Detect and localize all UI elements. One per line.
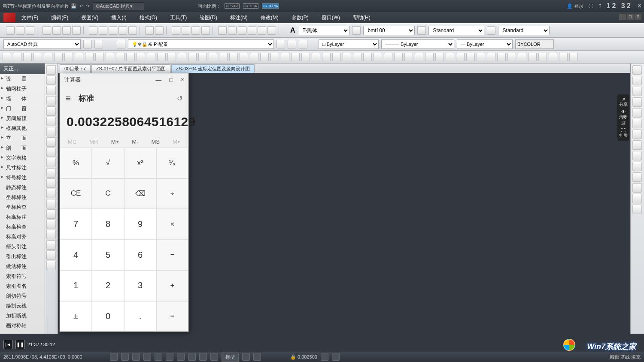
spline-icon[interactable] (46, 189, 56, 198)
app-logo-icon[interactable] (3, 13, 15, 22)
qv-layouts[interactable] (242, 353, 250, 361)
calc-key-√[interactable]: √ (92, 148, 124, 178)
offset-icon[interactable] (632, 108, 642, 118)
dim-tool-21[interactable] (219, 53, 228, 61)
mleaderstyle-combo[interactable]: Standard (498, 26, 550, 35)
arc-icon[interactable] (46, 96, 56, 106)
dim-tool-45[interactable] (466, 53, 475, 61)
dim-tool-29[interactable] (301, 53, 310, 61)
rotate-icon[interactable] (632, 87, 642, 96)
file-tab-1[interactable]: 00目录 +7 (60, 64, 91, 73)
print-icon[interactable] (43, 26, 51, 35)
dim-tool-12[interactable] (126, 53, 135, 61)
file-tab-2[interactable]: ZS-01~02 总平面图及索引平面图 (91, 64, 170, 73)
help2-icon[interactable] (267, 26, 276, 35)
zoom-100-button[interactable]: ▭ 100% (262, 3, 279, 9)
menu-help[interactable]: 帮助(H) (353, 14, 371, 21)
calc-key-3[interactable]: 3 (124, 270, 156, 301)
dim-tool-20[interactable] (209, 53, 217, 61)
redo-icon[interactable] (155, 26, 164, 35)
tangent-item-19[interactable]: 做法标注 (0, 262, 45, 272)
dim-tool-18[interactable] (188, 53, 197, 61)
dim-tool-33[interactable] (343, 53, 351, 61)
dim-tool-22[interactable] (229, 53, 238, 61)
zoom-rt-icon[interactable] (182, 26, 190, 35)
dim-tool-8[interactable] (85, 53, 94, 61)
tangent-item-3[interactable]: 门 窗 (0, 104, 45, 114)
calc-key-%[interactable]: % (60, 148, 92, 178)
properties-icon[interactable] (218, 26, 227, 35)
calc-key-×[interactable]: × (156, 209, 188, 240)
menu-draw[interactable]: 绘图(D) (200, 14, 217, 21)
calc-key-0[interactable]: 0 (92, 301, 124, 332)
dim-tool-2[interactable] (23, 53, 32, 61)
dim-tool-7[interactable] (75, 53, 83, 61)
calc-key-.[interactable]: . (124, 301, 156, 332)
explode-icon[interactable] (632, 194, 642, 203)
hatch-icon[interactable] (46, 117, 56, 126)
dim-tool-52[interactable] (538, 53, 547, 61)
dim-tool-16[interactable] (167, 53, 176, 61)
mleader-icon[interactable] (487, 26, 495, 35)
workspace-gear-icon[interactable] (83, 40, 92, 48)
dim-tool-0[interactable] (3, 53, 11, 61)
block-icon[interactable] (46, 148, 56, 157)
zoom-50-button[interactable]: ▭ 50% (225, 3, 240, 9)
dim-tool-39[interactable] (404, 53, 413, 61)
tangent-item-12[interactable]: 坐标标注 (0, 193, 45, 202)
plot-icon[interactable] (72, 26, 81, 35)
dim-tool-44[interactable] (456, 53, 465, 61)
anno-auto[interactable] (332, 353, 340, 361)
qat-redo-icon[interactable]: ↷ (86, 3, 90, 9)
play-prev-icon[interactable]: |◄ (3, 340, 13, 349)
lineweight-combo[interactable]: — ByLayer (457, 39, 513, 49)
mdi-restore-icon[interactable]: □ (627, 14, 634, 20)
rect-icon[interactable] (46, 106, 56, 116)
dyn-toggle[interactable] (177, 353, 185, 361)
dim-tool-55[interactable] (569, 53, 578, 61)
menu-format[interactable]: 格式(O) (140, 14, 157, 21)
scale-icon[interactable] (632, 172, 642, 182)
table-icon[interactable] (46, 158, 56, 167)
more1-icon[interactable] (46, 230, 56, 239)
share-button[interactable]: ↗分享 (619, 96, 628, 108)
dim-tool-43[interactable] (446, 53, 454, 61)
calc-mminus[interactable]: M- (132, 139, 138, 145)
menu-insert[interactable]: 插入(I) (111, 14, 126, 21)
dim-tool-41[interactable] (425, 53, 434, 61)
tangent-item-22[interactable]: 剖切符号 (0, 291, 45, 301)
calc-ms[interactable]: MS (151, 139, 160, 145)
calc-key-5[interactable]: 5 (92, 240, 124, 271)
new-icon[interactable] (6, 26, 15, 35)
tangent-item-17[interactable]: 箭头引注 (0, 242, 45, 252)
calc-key-÷[interactable]: ÷ (156, 178, 188, 209)
stretch-icon[interactable] (632, 183, 642, 193)
menu-parametric[interactable]: 参数(P) (292, 14, 309, 21)
mtext-icon[interactable] (46, 209, 56, 219)
tangent-item-14[interactable]: 标高标注 (0, 212, 45, 222)
lwt-toggle[interactable] (188, 353, 196, 361)
color-combo[interactable]: □ ByLayer (319, 39, 379, 49)
calc-key-CE[interactable]: CE (60, 178, 92, 209)
pan-icon[interactable] (172, 26, 180, 35)
calc-key-¹∕ₓ[interactable]: ¹∕ₓ (156, 148, 188, 178)
insert-icon[interactable] (46, 220, 56, 229)
calc-mlist[interactable]: M▾ (173, 139, 180, 145)
dim-tool-40[interactable] (415, 53, 423, 61)
tangent-item-15[interactable]: 标高检查 (0, 222, 45, 232)
dim-tool-46[interactable] (477, 53, 485, 61)
tangent-item-16[interactable]: 标高对齐 (0, 232, 45, 242)
model-button[interactable]: 模型 (222, 353, 239, 362)
publish-icon[interactable] (62, 26, 71, 35)
snap-toggle[interactable] (110, 353, 118, 361)
region-icon[interactable] (46, 178, 56, 188)
trim-icon[interactable] (632, 130, 642, 139)
text-icon[interactable] (46, 127, 56, 136)
dim-tool-34[interactable] (353, 53, 361, 61)
tangent-item-6[interactable]: 立 面 (0, 133, 45, 143)
point-icon[interactable] (46, 168, 56, 178)
tangent-item-13[interactable]: 坐标检查 (0, 202, 45, 212)
calc-key-6[interactable]: 6 (124, 240, 156, 271)
calc-key-8[interactable]: 8 (92, 209, 124, 240)
tangent-item-20[interactable]: 索引符号 (0, 272, 45, 281)
